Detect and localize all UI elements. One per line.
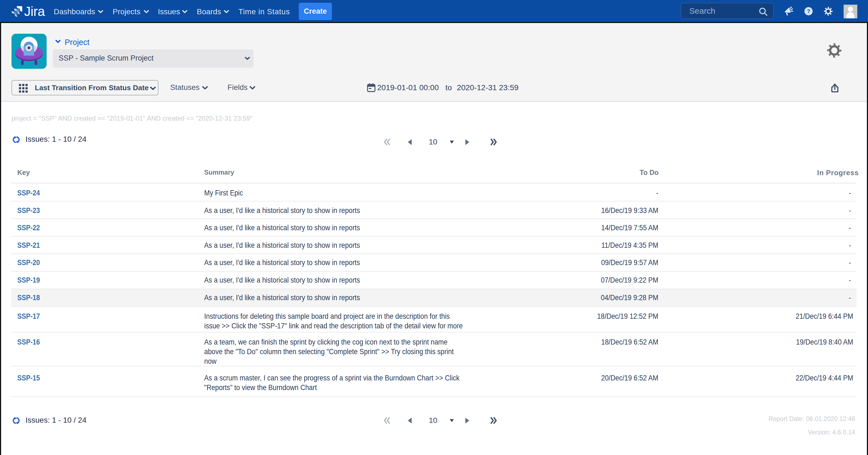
svg-text:?: ? [807, 8, 810, 14]
